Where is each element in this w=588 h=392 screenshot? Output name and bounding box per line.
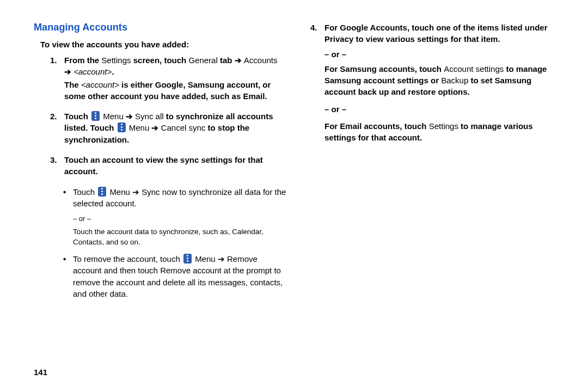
arrow-icon: ➔ (218, 254, 225, 264)
txt: For Google Accounts, touch one of the it… (324, 22, 563, 45)
txt: To remove the account, touch (73, 254, 182, 264)
ui-account-settings: Account settings (444, 64, 504, 74)
txt: From the (64, 56, 101, 65)
ui-menu: Menu (109, 187, 130, 197)
arrow-icon: ➔ (126, 112, 133, 121)
sub-bullet-sync-now: • Touch Menu ➔ Sync now to synchronize a… (63, 186, 286, 210)
step-3: 3. Touch an account to view the sync set… (50, 154, 286, 179)
manual-page: Managing Accounts To view the accounts y… (0, 0, 588, 392)
txt: Touch (73, 187, 97, 197)
step-body: Touch an account to view the sync settin… (64, 154, 286, 179)
sub-bullet-remove-account: • To remove the account, touch Menu ➔ Re… (63, 253, 286, 299)
page-number: 141 (34, 367, 47, 377)
arrow-icon: ➔ (151, 123, 158, 132)
step-body: For Google Accounts, touch one of the it… (324, 22, 563, 145)
ui-menu: Menu (195, 254, 216, 264)
menu-icon (98, 187, 106, 197)
txt: . (112, 67, 114, 76)
arrow-icon: ➔ (235, 56, 242, 65)
menu-icon (118, 122, 126, 132)
txt: Touch (64, 112, 90, 121)
step-number: 3. (50, 154, 64, 179)
ui-settings: Settings (429, 121, 458, 131)
txt: tab (218, 56, 235, 65)
step-body: From the Settings screen, touch General … (64, 54, 286, 103)
bullet-icon: • (63, 186, 73, 210)
account-placeholder: <account> (81, 80, 119, 89)
step-number: 2. (50, 111, 64, 146)
step-number: 1. (50, 54, 64, 103)
sub-detail-text: Touch the account data to synchronize, s… (73, 227, 286, 248)
ui-sync-now: Sync now (142, 187, 177, 197)
ui-general-tab: General (188, 56, 217, 65)
txt: For Email accounts, touch (324, 121, 429, 131)
ui-backup: Backup (441, 76, 468, 85)
menu-icon (91, 111, 100, 121)
ui-sync-all: Sync all (135, 112, 164, 121)
step-2: 2. Touch Menu ➔ Sync all to synchronize … (50, 111, 286, 146)
arrow-icon: ➔ (132, 187, 139, 197)
ui-accounts: Accounts (244, 56, 278, 65)
or-separator: – or – (73, 215, 286, 223)
account-placeholder: <account> (74, 67, 112, 76)
bullet-text: Touch Menu ➔ Sync now to synchronize all… (73, 186, 286, 210)
menu-icon (183, 254, 192, 264)
step-number: 4. (310, 22, 324, 145)
txt: screen, touch (131, 56, 189, 65)
ui-remove-account-confirm: Remove account (160, 266, 222, 275)
or-separator: – or – (324, 103, 563, 115)
arrow-icon: ➔ (64, 67, 71, 76)
section-heading: Managing Accounts (34, 22, 286, 33)
ui-menu: Menu (129, 123, 150, 132)
step-4: 4. For Google Accounts, touch one of the… (310, 22, 563, 145)
ui-menu: Menu (103, 112, 124, 121)
bullet-icon: • (63, 253, 73, 299)
subheading: To view the accounts you have added: (40, 40, 286, 49)
ui-cancel-sync: Cancel sync (161, 123, 206, 132)
txt: For Samsung accounts, touch (324, 64, 444, 74)
ui-settings: Settings (101, 56, 131, 65)
txt: and then touch (102, 266, 161, 275)
txt: Touch an account to view the sync settin… (64, 154, 286, 177)
step-1: 1. From the Settings screen, touch Gener… (50, 54, 286, 103)
or-separator: – or – (324, 48, 563, 60)
step-body: Touch Menu ➔ Sync all to synchronize all… (64, 111, 286, 146)
txt: The (64, 80, 81, 89)
left-column: Managing Accounts To view the accounts y… (34, 22, 286, 381)
right-column: 4. For Google Accounts, touch one of the… (310, 22, 563, 381)
bullet-text: To remove the account, touch Menu ➔ Remo… (73, 253, 286, 299)
